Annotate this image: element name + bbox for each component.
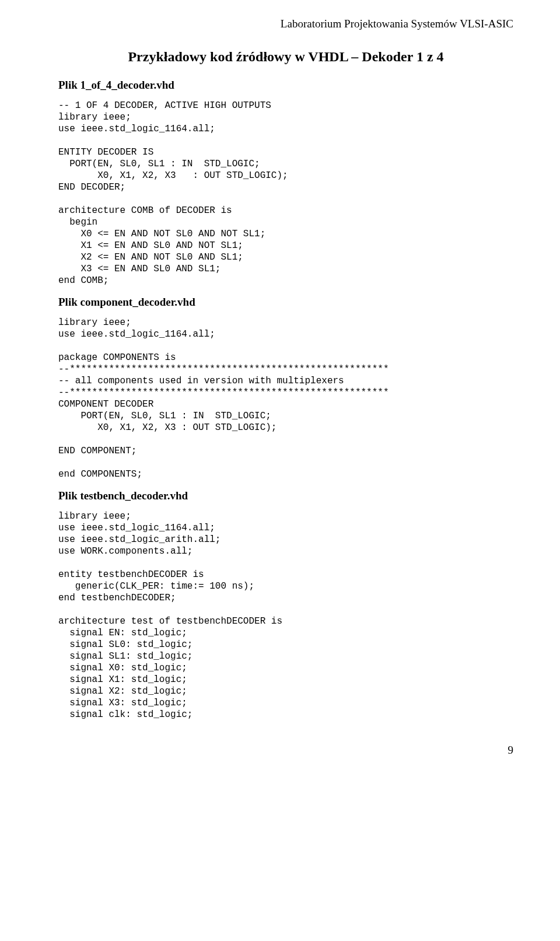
lab-header: Laboratorium Projektowania Systemów VLSI… <box>58 18 513 30</box>
page-number: 9 <box>58 744 513 757</box>
code-block-component: library ieee; use ieee.std_logic_1164.al… <box>58 317 513 480</box>
file-label-component: Plik component_decoder.vhd <box>58 296 513 309</box>
page-title: Przykładowy kod źródłowy w VHDL – Dekode… <box>58 49 513 65</box>
file-label-testbench: Plik testbench_decoder.vhd <box>58 489 513 502</box>
code-block-decoder: -- 1 OF 4 DECODER, ACTIVE HIGH OUTPUTS l… <box>58 100 513 286</box>
file-label-decoder: Plik 1_of_4_decoder.vhd <box>58 79 513 92</box>
code-block-testbench: library ieee; use ieee.std_logic_1164.al… <box>58 510 513 720</box>
